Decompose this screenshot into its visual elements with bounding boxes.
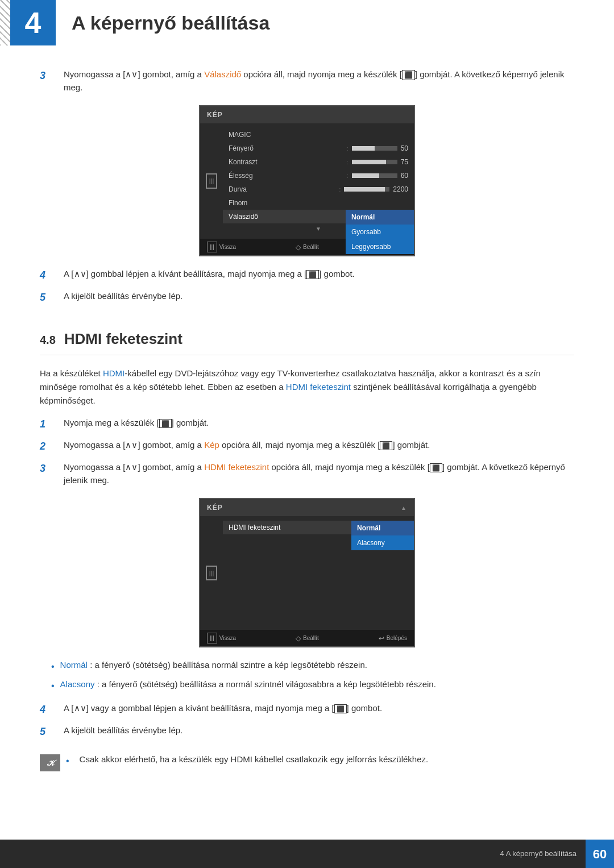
- note-icon-symbol: 𝒦: [47, 757, 53, 769]
- menu-item-elesseg: Élesség : 60: [223, 169, 414, 182]
- menu-label-finom: Finom: [229, 198, 247, 208]
- s48-step5-num: 5: [40, 724, 57, 740]
- dropdown-option-leggyorsabb[interactable]: Leggyorsabb: [346, 239, 414, 254]
- note-text: Csak akkor elérhető, ha a készülék egy H…: [80, 753, 429, 766]
- s48-step1: 1 Nyomja meg a készülék [⬛] gombját.: [40, 417, 574, 432]
- dropdown-option-normal[interactable]: Normál: [346, 210, 414, 225]
- fenyero-bar-container: : 50: [347, 143, 408, 153]
- note-bullet: •: [66, 754, 69, 768]
- note-box: 𝒦 • Csak akkor elérhető, ha a készülék e…: [40, 753, 574, 771]
- menu-label-kontraszt: Kontraszt: [229, 157, 258, 167]
- footer-text: 4 A képernyő beállítása: [500, 848, 576, 859]
- screen-mock-2-wrapper: KÉP ▲ ||| HDMI feketeszint :: [40, 498, 574, 647]
- menu-item-valaszido-row: Válaszidő ▼ Normál Gyorsabb Leggyorsabb: [223, 210, 414, 223]
- screen-mock-1: KÉP ||| MAGIC Fényerő :: [199, 105, 415, 256]
- s48-step3-text: Nyomogassa a [∧∨] gombot, amíg a HDMI fe…: [64, 461, 574, 487]
- header-decoration: [0, 0, 10, 45]
- dropdown-valaszido: Normál Gyorsabb Leggyorsabb: [346, 210, 414, 254]
- s48-step3-link: HDMI feketeszint: [204, 462, 269, 472]
- screen2-body: ||| HDMI feketeszint : Normál Alacsony: [200, 516, 414, 630]
- s48-step3: 3 Nyomogassa a [∧∨] gombot, amíg a HDMI …: [40, 461, 574, 487]
- set2-icon: ◇: [296, 633, 301, 643]
- kontraszt-bar: [352, 160, 397, 164]
- screen2-dropdown: Normál Alacsony: [351, 521, 414, 550]
- menu-item-fenyero: Fényerő : 50: [223, 142, 414, 155]
- page-footer: 4 A képernyő beállítása 60: [0, 840, 614, 868]
- step3-text: Nyomogassa a [∧∨] gombot, amíg a Válaszi…: [64, 68, 574, 94]
- screen-mock-2: KÉP ▲ ||| HDMI feketeszint :: [199, 498, 415, 647]
- menu-item-kontraszt: Kontraszt : 75: [223, 155, 414, 169]
- elesseg-value: 60: [401, 171, 408, 181]
- bullet-list: • Normál : a fényerő (sötétség) beállítá…: [51, 659, 574, 693]
- bullet-dot-2: •: [51, 679, 55, 693]
- step5-text: A kijelölt beállítás érvénybe lép.: [64, 290, 574, 303]
- s48-step1-text: Nyomja meg a készülék [⬛] gombját.: [64, 417, 574, 430]
- fenyero-value: 50: [401, 143, 408, 153]
- screen1-header: KÉP: [200, 106, 414, 123]
- durva-fill: [344, 187, 385, 192]
- chapter-number: 4: [10, 0, 56, 45]
- screen1-body: ||| MAGIC Fényerő :: [200, 123, 414, 239]
- kontraszt-bar-container: : 75: [347, 157, 408, 167]
- section48-heading: 4.8 HDMI feketeszint: [40, 328, 574, 355]
- colon-kontraszt: :: [347, 158, 349, 167]
- menu-label-valaszido: Válaszidő: [229, 211, 258, 222]
- colon-durva: :: [339, 185, 341, 194]
- step3-num: 3: [40, 68, 57, 84]
- durva-bar: [344, 187, 389, 192]
- bullet-alacsony-label: Alacsony: [60, 679, 95, 689]
- intro-hdmi-link: HDMI: [103, 368, 125, 378]
- s48-step2-link: Kép: [204, 440, 219, 450]
- enter2-icon: ↩: [379, 633, 384, 643]
- bullet-dot-1: •: [51, 660, 55, 674]
- screen1-sidebar-icon: |||: [206, 173, 218, 189]
- screen2-header-label: KÉP: [207, 502, 223, 513]
- durva-bar-container: : 2200: [339, 184, 408, 194]
- screen-mock-1-wrapper: KÉP ||| MAGIC Fényerő :: [40, 105, 574, 256]
- back2-icon: |||: [207, 633, 217, 643]
- screen2-hdmi-row: HDMI feketeszint : Normál Alacsony: [223, 521, 414, 534]
- menu-item-magic: MAGIC: [223, 128, 414, 142]
- step3-link: Válaszidő: [204, 69, 241, 79]
- dropdown-option-gyorsabb[interactable]: Gyorsabb: [346, 225, 414, 239]
- footer-page-num: 60: [586, 840, 614, 868]
- menu-label-elesseg: Élesség: [229, 171, 253, 181]
- menu-item-durva: Durva : 2200: [223, 182, 414, 196]
- s48-step3-num: 3: [40, 461, 57, 476]
- fenyero-bar: [352, 146, 397, 151]
- s48-step5: 5 A kijelölt beállítás érvénybe lép.: [40, 724, 574, 740]
- step4-num: 4: [40, 268, 57, 283]
- section48-title: HDMI feketeszint: [64, 328, 182, 350]
- screen2-footer-set: ◇ Beállít: [296, 633, 319, 643]
- screen2-sidebar: |||: [200, 516, 223, 630]
- s48-step4-text: A [∧∨] vagy a gombbal lépjen a kívánt be…: [64, 702, 574, 715]
- s48-step4: 4 A [∧∨] vagy a gombbal lépjen a kívánt …: [40, 702, 574, 717]
- bullet-normal-label: Normál: [60, 660, 88, 670]
- footer-set: ◇ Beállít: [296, 242, 319, 252]
- screen2-footer-back: ||| Vissza: [207, 633, 236, 643]
- menu-label-magic: MAGIC: [229, 130, 251, 140]
- back-icon: |||: [207, 242, 217, 252]
- s48-step2-text: Nyomogassa a [∧∨] gombot, amíg a Kép opc…: [64, 439, 574, 452]
- screen2-enter-label: Belépés: [387, 634, 407, 642]
- screen2-set-label: Beállít: [303, 634, 319, 642]
- step5-num: 5: [40, 290, 57, 305]
- intro-hdmi-feketeszint-link: HDMI feketeszint: [286, 382, 351, 392]
- note-content: • Csak akkor elérhető, ha a készülék egy…: [66, 753, 428, 768]
- dropdown2-normal[interactable]: Normál: [351, 521, 414, 535]
- chapter-title-block: A képernyő beállítása: [56, 0, 269, 45]
- screen2-footer: ||| Vissza ◇ Beállít ↩ Belépés: [200, 630, 414, 646]
- section1-step4: 4 A [∧∨] gombbal lépjen a kívánt beállít…: [40, 268, 574, 283]
- screen1-menu: MAGIC Fényerő : 50: [223, 123, 414, 239]
- s48-step1-num: 1: [40, 417, 57, 432]
- dropdown2-alacsony[interactable]: Alacsony: [351, 535, 414, 550]
- note-icon: 𝒦: [40, 754, 60, 771]
- footer-back-label: Vissza: [219, 243, 236, 251]
- s48-step2: 2 Nyomogassa a [∧∨] gombot, amíg a Kép o…: [40, 439, 574, 454]
- menu-label-durva: Durva: [229, 184, 247, 194]
- bullet-text-alacsony: Alacsony : a fényerő (sötétség) beállítá…: [60, 678, 436, 691]
- elesseg-bar: [352, 173, 397, 178]
- chapter-title: A képernyő beállítása: [72, 9, 269, 38]
- screen2-up-arrow: ▲: [401, 504, 407, 512]
- section1-step5: 5 A kijelölt beállítás érvénybe lép.: [40, 290, 574, 305]
